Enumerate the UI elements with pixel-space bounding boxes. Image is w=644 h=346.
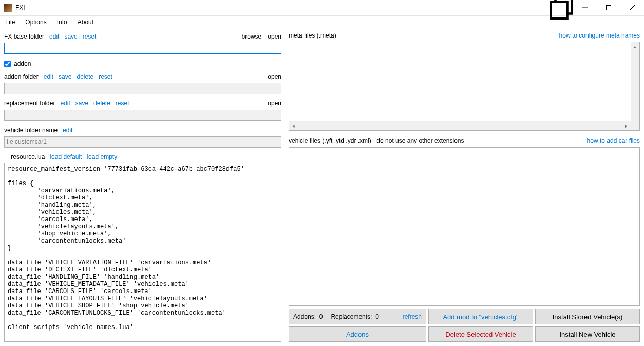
menubar: File Options Info About	[0, 16, 644, 28]
replacement-folder-save[interactable]: save	[75, 100, 88, 107]
replacement-folder-header: replacement folder edit save delete rese…	[4, 98, 281, 108]
fx-base-edit[interactable]: edit	[49, 33, 59, 40]
vehicle-name-label: vehicle folder name	[4, 126, 58, 134]
fx-base-input[interactable]	[4, 43, 281, 54]
addon-folder-edit[interactable]: edit	[44, 73, 53, 80]
scroll-right-icon[interactable]: ▸	[622, 121, 631, 130]
fx-base-label: FX base folder	[4, 33, 44, 40]
addon-folder-label: addon folder	[4, 73, 39, 80]
resource-load-default[interactable]: load default	[50, 153, 82, 160]
maximize-button[interactable]	[597, 0, 620, 15]
scrollbar-vertical[interactable]: ▴	[631, 42, 639, 130]
restore-down-secondary-icon[interactable]	[550, 0, 573, 15]
window-controls	[550, 0, 644, 15]
meta-label: meta files (.meta)	[289, 32, 336, 39]
add-mod-button[interactable]: Add mod to "vehicles.cfg"	[428, 309, 533, 324]
vehicle-files-label: vehicle files (.yft .ytd .ydr .xml) - do…	[289, 137, 464, 144]
addon-folder-input[interactable]	[4, 83, 281, 94]
titlebar: FXI	[0, 0, 644, 16]
install-stored-button[interactable]: Install Stored Vehicle(s)	[535, 309, 640, 324]
scroll-up-icon[interactable]: ▴	[631, 42, 639, 51]
addons-button[interactable]: Addons	[289, 326, 426, 342]
resource-load-empty[interactable]: load empty	[87, 153, 117, 160]
content: FX base folder edit save reset browse op…	[0, 28, 644, 346]
addon-folder-open[interactable]: open	[268, 73, 281, 80]
resource-code-area[interactable]: resource_manifest_version '77731fab-63ca…	[4, 163, 281, 342]
vehicle-name-edit[interactable]: edit	[63, 126, 72, 134]
vehicle-files-list[interactable]	[289, 147, 640, 306]
left-column: FX base folder edit save reset browse op…	[4, 30, 281, 342]
addon-folder-reset[interactable]: reset	[99, 73, 112, 80]
fx-base-browse[interactable]: browse	[242, 33, 262, 40]
stats-box: Addons: 0 Replacements: 0 refresh	[289, 309, 426, 324]
vehicle-name-input[interactable]	[4, 136, 281, 148]
minimize-button[interactable]	[573, 0, 597, 15]
resource-header: __resource.lua load default load empty	[4, 152, 281, 162]
vehicle-files-help-link[interactable]: how to add car files	[587, 137, 640, 144]
app-icon	[4, 4, 12, 12]
addon-folder-save[interactable]: save	[59, 73, 71, 80]
meta-help-link[interactable]: how to configure meta names	[559, 32, 640, 39]
replacement-folder-label: replacement folder	[4, 100, 55, 107]
fx-base-open[interactable]: open	[268, 33, 281, 40]
addon-folder-header: addon folder edit save delete reset open	[4, 71, 281, 82]
replacements-count-label: Replacements: 0	[331, 313, 378, 320]
close-button[interactable]	[620, 0, 644, 15]
vehicle-name-header: vehicle folder name edit	[4, 125, 281, 135]
scrollbar-horizontal[interactable]: ◂ ▸	[289, 121, 631, 130]
fx-base-header: FX base folder edit save reset browse op…	[4, 31, 281, 42]
menu-file[interactable]: File	[5, 19, 15, 26]
fx-base-reset[interactable]: reset	[83, 33, 97, 40]
replacement-folder-delete[interactable]: delete	[93, 100, 110, 107]
replacement-folder-input[interactable]	[4, 110, 281, 121]
addon-checkbox-row: addon	[4, 60, 281, 67]
fx-base-save[interactable]: save	[64, 33, 77, 40]
delete-selected-button[interactable]: Delete Selected Vehicle	[428, 326, 533, 342]
scroll-left-icon[interactable]: ◂	[289, 121, 298, 130]
refresh-link[interactable]: refresh	[403, 313, 422, 320]
vehicle-files-header: vehicle files (.yft .ytd .ydr .xml) - do…	[289, 136, 640, 146]
addons-count-label: Addons: 0	[293, 313, 323, 320]
svg-rect-2	[607, 6, 611, 10]
menu-options[interactable]: Options	[25, 19, 46, 26]
replacement-folder-reset[interactable]: reset	[116, 100, 129, 107]
svg-rect-0	[551, 2, 567, 19]
meta-header: meta files (.meta) how to configure meta…	[289, 30, 640, 41]
meta-files-list[interactable]: ▴ ◂ ▸	[289, 42, 640, 131]
window-title: FXI	[15, 4, 25, 11]
addon-checkbox-label: addon	[14, 60, 31, 67]
replacement-folder-edit[interactable]: edit	[60, 100, 70, 107]
addon-checkbox[interactable]	[4, 61, 11, 67]
bottom-controls: Addons: 0 Replacements: 0 refresh Add mo…	[289, 309, 640, 342]
resource-label: __resource.lua	[4, 153, 45, 160]
replacement-folder-open[interactable]: open	[268, 100, 281, 107]
menu-info[interactable]: Info	[57, 19, 67, 26]
right-column: meta files (.meta) how to configure meta…	[289, 30, 640, 342]
install-new-button[interactable]: Install New Vehicle	[535, 326, 640, 342]
menu-about[interactable]: About	[78, 19, 93, 26]
addon-folder-delete[interactable]: delete	[77, 73, 93, 80]
